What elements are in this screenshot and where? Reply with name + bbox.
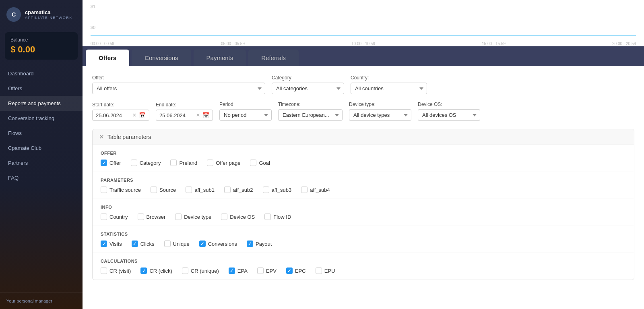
period-select[interactable]: No period — [219, 109, 272, 121]
start-date-calendar-icon[interactable]: 📅 — [139, 112, 146, 118]
checkbox-payout[interactable] — [247, 241, 253, 247]
checkbox-item-country[interactable]: Country — [101, 214, 128, 220]
content-area: Offer: All offers Category: All categori… — [83, 66, 644, 309]
checkbox-preland[interactable] — [170, 160, 177, 166]
tab-payments[interactable]: Payments — [194, 50, 246, 66]
sidebar-nav-item-offers[interactable]: Offers — [0, 81, 83, 96]
checkbox-item-offer-page[interactable]: Offer page — [207, 160, 240, 166]
checkbox-item-conversions[interactable]: Conversions — [199, 241, 237, 247]
checkbox-item-device-type[interactable]: Device type — [175, 214, 211, 220]
checkbox-unique[interactable] — [164, 241, 171, 247]
checkbox-item-visits[interactable]: Visits — [101, 241, 122, 247]
device-type-select[interactable]: All device types — [349, 109, 411, 121]
checkbox-label: EPU — [324, 268, 335, 274]
checkbox-epc[interactable] — [286, 268, 293, 274]
checkbox-item-epc[interactable]: EPC — [286, 268, 306, 274]
checkbox-item-cr-click[interactable]: CR (click) — [140, 268, 172, 274]
checkbox-category[interactable] — [131, 160, 137, 166]
checkbox-item-cr-visit[interactable]: CR (visit) — [101, 268, 131, 274]
sidebar-nav-item-cpamate-club[interactable]: Cpamate Club — [0, 141, 83, 156]
country-select[interactable]: All countries — [351, 83, 427, 94]
checkbox-item-offer[interactable]: Offer — [101, 160, 121, 166]
start-date-clear-icon[interactable]: ✕ — [132, 112, 136, 118]
checkbox-affsub3[interactable] — [263, 187, 269, 193]
category-select[interactable]: All categories — [272, 83, 344, 94]
balance-value: $ 0.00 — [10, 44, 72, 55]
checkbox-flow-id[interactable] — [264, 214, 271, 220]
checkbox-epv[interactable] — [257, 268, 264, 274]
checkbox-item-cr-unique[interactable]: CR (unique) — [182, 268, 219, 274]
sidebar-logo: C cpamatica AFFILIATE NETWORK — [0, 0, 83, 29]
checkbox-clicks[interactable] — [132, 241, 138, 247]
end-date-input[interactable] — [159, 112, 194, 118]
checkbox-item-preland[interactable]: Preland — [170, 160, 197, 166]
checkbox-offer[interactable] — [101, 160, 107, 166]
checkbox-label: Offer — [109, 160, 121, 166]
start-date-input[interactable] — [96, 112, 130, 118]
checkbox-affsub2[interactable] — [224, 187, 231, 193]
checkbox-source[interactable] — [151, 187, 157, 193]
checkbox-device-os[interactable] — [221, 214, 227, 220]
checkbox-epu[interactable] — [316, 268, 322, 274]
sidebar-nav-item-flows[interactable]: Flows — [0, 126, 83, 141]
checkbox-label: aff_sub4 — [310, 187, 330, 193]
checkbox-item-payout[interactable]: Payout — [247, 241, 272, 247]
end-date-calendar-icon[interactable]: 📅 — [202, 112, 209, 118]
sidebar-nav-item-dashboard[interactable]: Dashboard — [0, 66, 83, 81]
sidebar-nav-item-reports-and-payments[interactable]: Reports and payments — [0, 96, 83, 111]
checkbox-item-epv[interactable]: EPV — [257, 268, 277, 274]
checkbox-label: Flow ID — [273, 214, 291, 220]
checkbox-item-affsub4[interactable]: aff_sub4 — [301, 187, 330, 193]
checkbox-traffic-source[interactable] — [101, 187, 107, 193]
x-label-1: 05:00 - 05:59 — [221, 41, 245, 46]
checkbox-device-type[interactable] — [175, 214, 182, 220]
checkbox-item-category[interactable]: Category — [131, 160, 161, 166]
checkbox-item-traffic-source[interactable]: Traffic source — [101, 187, 141, 193]
start-date-input-wrap: ✕ 📅 — [92, 110, 149, 121]
sidebar-nav-item-conversion-tracking[interactable]: Conversion tracking — [0, 111, 83, 126]
offer-select[interactable]: All offers — [92, 83, 265, 94]
checkbox-browser[interactable] — [138, 214, 144, 220]
checkbox-label: aff_sub3 — [272, 187, 292, 193]
sidebar-nav-item-faq[interactable]: FAQ — [0, 170, 83, 185]
tab-referrals[interactable]: Referrals — [248, 50, 299, 66]
checkbox-item-source[interactable]: Source — [151, 187, 176, 193]
period-label: Period: — [219, 102, 272, 107]
table-params-close-icon[interactable]: ✕ — [99, 133, 104, 141]
checkbox-cr-unique[interactable] — [182, 268, 188, 274]
checkbox-item-affsub1[interactable]: aff_sub1 — [186, 187, 215, 193]
checkbox-item-flow-id[interactable]: Flow ID — [264, 214, 291, 220]
checkbox-item-browser[interactable]: Browser — [138, 214, 166, 220]
period-group: Period: No period — [219, 102, 272, 121]
checkbox-label: Preland — [179, 160, 197, 166]
checkbox-country[interactable] — [101, 214, 107, 220]
checkbox-item-epu[interactable]: EPU — [316, 268, 335, 274]
logo-icon: C — [6, 7, 21, 22]
logo-text-block: cpamatica AFFILIATE NETWORK — [25, 9, 72, 20]
tab-conversions[interactable]: Conversions — [132, 50, 191, 66]
section-title-offer: OFFER — [101, 151, 626, 156]
sidebar-nav-item-partners[interactable]: Partners — [0, 156, 83, 170]
checkbox-conversions[interactable] — [199, 241, 206, 247]
checkbox-item-affsub2[interactable]: aff_sub2 — [224, 187, 253, 193]
checkbox-item-epa[interactable]: EPA — [229, 268, 248, 274]
device-os-select[interactable]: All devices OS — [418, 109, 480, 121]
checkbox-goal[interactable] — [250, 160, 256, 166]
section-title-statistics: STATISTICS — [101, 232, 626, 236]
checkbox-cr-click[interactable] — [140, 268, 147, 274]
checkbox-visits[interactable] — [101, 241, 107, 247]
checkbox-epa[interactable] — [229, 268, 235, 274]
timezone-select[interactable]: Eastern European... — [278, 109, 343, 121]
checkbox-item-goal[interactable]: Goal — [250, 160, 270, 166]
country-label: Country: — [351, 75, 427, 81]
checkbox-cr-visit[interactable] — [101, 268, 107, 274]
checkbox-item-unique[interactable]: Unique — [164, 241, 190, 247]
checkbox-affsub4[interactable] — [301, 187, 308, 193]
checkbox-item-clicks[interactable]: Clicks — [132, 241, 155, 247]
checkbox-item-affsub3[interactable]: aff_sub3 — [263, 187, 292, 193]
checkbox-offer-page[interactable] — [207, 160, 213, 166]
checkbox-affsub1[interactable] — [186, 187, 192, 193]
end-date-clear-icon[interactable]: ✕ — [196, 112, 200, 118]
checkbox-item-device-os[interactable]: Device OS — [221, 214, 255, 220]
tab-offers[interactable]: Offers — [86, 50, 129, 66]
